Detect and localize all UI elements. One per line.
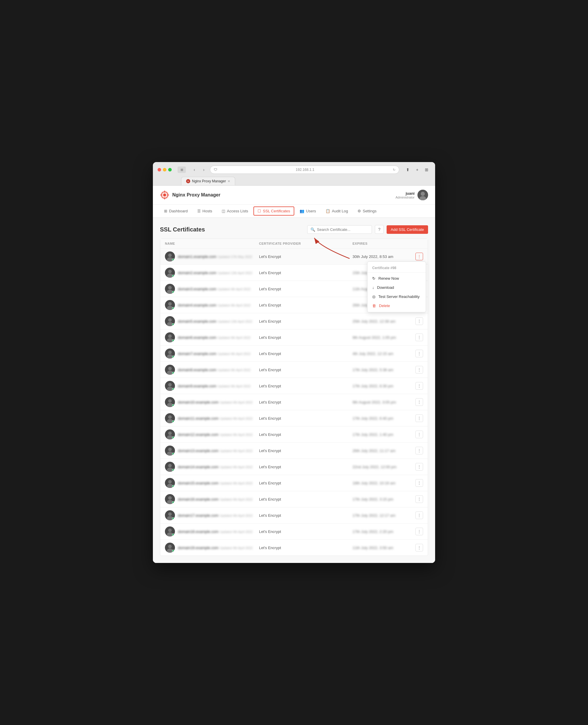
user-details: juani Administrator bbox=[395, 191, 415, 199]
avatar bbox=[165, 349, 175, 358]
row-name: domain12.example.com bbox=[178, 432, 218, 437]
minimize-button[interactable] bbox=[163, 168, 166, 171]
search-box[interactable]: 🔍 bbox=[307, 225, 372, 234]
row-name-text: domain18.example.com Updated 4th April 2… bbox=[178, 529, 253, 534]
table-header: NAME CERTIFICATE PROVIDER EXPIRES bbox=[160, 239, 428, 249]
svg-point-63 bbox=[168, 529, 172, 532]
row-menu-button[interactable]: ⋮ bbox=[415, 527, 423, 535]
back-button[interactable]: ‹ bbox=[190, 166, 198, 173]
renew-now-item[interactable]: ↻ Renew Now bbox=[368, 274, 426, 283]
row-actions: ⋮ bbox=[411, 398, 423, 406]
status-badge bbox=[172, 517, 175, 520]
tab-close-icon[interactable]: ✕ bbox=[228, 180, 230, 183]
svg-point-18 bbox=[168, 286, 172, 289]
row-menu-button[interactable]: ⋮ bbox=[415, 382, 423, 390]
avatar bbox=[165, 462, 175, 472]
row-name: domain5.example.com bbox=[178, 319, 216, 324]
download-item[interactable]: ↓ Download bbox=[368, 283, 426, 292]
row-expires: 18th July 2022, 10:18 am bbox=[353, 481, 411, 485]
row-name-text: domain5.example.com Updated 13th April 2… bbox=[178, 318, 252, 324]
forward-button[interactable]: › bbox=[200, 166, 208, 173]
status-badge bbox=[172, 323, 175, 326]
row-name-text: domain17.example.com Updated 4th April 2… bbox=[178, 513, 253, 518]
settings-icon: ⚙ bbox=[357, 209, 361, 213]
row-menu-button[interactable]: ⋮ bbox=[415, 431, 423, 438]
nav-audit-log[interactable]: 📋 Audit Log bbox=[321, 205, 352, 218]
row-provider: Let's Encrypt bbox=[259, 432, 353, 437]
nav-dashboard[interactable]: ⊞ Dashboard bbox=[160, 205, 192, 218]
row-menu-button[interactable]: ⋮ bbox=[415, 479, 423, 487]
avatar bbox=[165, 316, 175, 326]
row-provider: Let's Encrypt bbox=[259, 287, 353, 291]
add-ssl-button[interactable]: Add SSL Certificate bbox=[386, 225, 428, 234]
status-badge bbox=[172, 404, 175, 407]
status-badge bbox=[172, 307, 175, 310]
maximize-button[interactable] bbox=[168, 168, 172, 171]
active-tab[interactable]: N Nginx Proxy Manager ✕ bbox=[181, 177, 235, 185]
status-badge bbox=[172, 534, 175, 536]
apps-button[interactable]: ⊞ bbox=[423, 166, 430, 173]
row-name-col: domain12.example.com Updated 4th April 2… bbox=[165, 430, 259, 439]
delete-item[interactable]: 🗑 Delete bbox=[368, 301, 426, 310]
row-menu-button[interactable]: ⋮ bbox=[415, 463, 423, 471]
help-button[interactable]: ? bbox=[375, 225, 384, 234]
nav-ssl-certificates[interactable]: ☐ SSL Certificates bbox=[253, 206, 294, 215]
nav-users-label: Users bbox=[306, 209, 316, 213]
users-icon: 👥 bbox=[299, 209, 304, 213]
close-button[interactable] bbox=[158, 168, 161, 171]
nav-ssl-label: SSL Certificates bbox=[263, 209, 290, 213]
test-icon: ◎ bbox=[372, 294, 375, 299]
row-provider: Let's Encrypt bbox=[259, 368, 353, 372]
chrome-tabs-bar: ⊞ bbox=[177, 166, 186, 173]
address-bar[interactable]: 🛡 192.168.1.1 ↻ bbox=[210, 166, 399, 174]
row-menu-button[interactable]: ⋮ bbox=[415, 544, 423, 552]
row-menu-button[interactable]: ⋮ bbox=[415, 350, 423, 357]
row-name: domain1.example.com bbox=[178, 254, 216, 259]
row-subtext: Updated 4th April 2022 bbox=[217, 304, 251, 307]
avatar bbox=[165, 510, 175, 520]
avatar bbox=[165, 494, 175, 504]
search-input[interactable] bbox=[317, 227, 369, 232]
table-row: domain10.example.com Updated 4th April 2… bbox=[160, 394, 428, 410]
svg-point-33 bbox=[168, 367, 172, 370]
new-tab-button[interactable]: + bbox=[413, 166, 421, 173]
row-menu-button[interactable]: ⋮ bbox=[415, 398, 423, 406]
nav-settings[interactable]: ⚙ Settings bbox=[353, 205, 381, 218]
row-actions: ⋮ bbox=[411, 512, 423, 519]
row-menu-button[interactable]: ⋮ bbox=[415, 447, 423, 454]
row-subtext: Updated 4th April 2022 bbox=[219, 400, 253, 404]
row-actions: ⋮ bbox=[411, 479, 423, 487]
row-menu-button[interactable]: ⋮ bbox=[415, 333, 423, 341]
row-menu-button[interactable]: ⋮ bbox=[415, 317, 423, 325]
row-subtext: Updated 4th April 2022 bbox=[219, 530, 253, 534]
share-button[interactable]: ⬆ bbox=[404, 166, 412, 173]
user-role: Administrator bbox=[395, 195, 415, 199]
row-menu-button[interactable]: ⋮ bbox=[415, 366, 423, 374]
table-row: domain11.example.com Updated 4th April 2… bbox=[160, 410, 428, 427]
row-name: domain6.example.com bbox=[178, 335, 216, 340]
test-server-item[interactable]: ◎ Test Server Reachability bbox=[368, 292, 426, 301]
row-name-text: domain2.example.com Updated 13th April 2… bbox=[178, 270, 252, 275]
row-menu-button[interactable]: ⋮ bbox=[415, 495, 423, 503]
row-actions: ⋮ bbox=[411, 527, 423, 535]
avatar bbox=[165, 300, 175, 310]
nav-hosts[interactable]: ☰ Hosts bbox=[193, 205, 216, 218]
svg-point-39 bbox=[168, 399, 172, 403]
nav-users[interactable]: 👥 Users bbox=[295, 205, 320, 218]
row-menu-button[interactable]: ⋮ bbox=[415, 253, 423, 260]
row-name-col: domain2.example.com Updated 13th April 2… bbox=[165, 268, 259, 278]
row-name: domain16.example.com bbox=[178, 497, 218, 501]
col-provider: CERTIFICATE PROVIDER bbox=[259, 242, 353, 245]
row-menu-button[interactable]: ⋮ bbox=[415, 512, 423, 519]
row-subtext: Updated 17th May 2022 bbox=[217, 255, 252, 258]
row-menu-button[interactable]: ⋮ bbox=[415, 414, 423, 422]
table-row: domain19.example.com Updated 4th April 2… bbox=[160, 540, 428, 556]
row-provider: Let's Encrypt bbox=[259, 449, 353, 453]
nav-access-lists[interactable]: ◫ Access Lists bbox=[217, 205, 252, 218]
avatar bbox=[165, 446, 175, 456]
row-name-col: domain10.example.com Updated 4th April 2… bbox=[165, 397, 259, 407]
tab-switcher[interactable]: ⊞ bbox=[177, 166, 186, 173]
avatar[interactable] bbox=[418, 190, 428, 200]
row-expires: 17th July 2022, 6:30 pm bbox=[353, 384, 411, 388]
row-name: domain17.example.com bbox=[178, 513, 218, 518]
